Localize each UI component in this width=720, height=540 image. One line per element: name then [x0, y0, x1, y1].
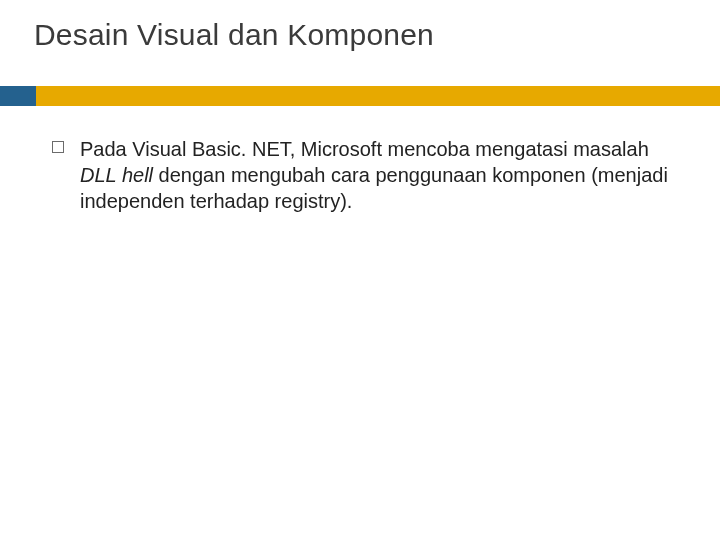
slide-title: Desain Visual dan Komponen [34, 18, 434, 52]
bullet-text-after: dengan mengubah cara penggunaan komponen… [80, 164, 668, 212]
bullet-text-italic: DLL hell [80, 164, 153, 186]
accent-bar [0, 86, 720, 106]
list-item: Pada Visual Basic. NET, Microsoft mencob… [52, 136, 680, 214]
bullet-text: Pada Visual Basic. NET, Microsoft mencob… [80, 136, 680, 214]
slide-content: Pada Visual Basic. NET, Microsoft mencob… [52, 136, 680, 214]
bullet-text-before: Pada Visual Basic. NET, Microsoft mencob… [80, 138, 649, 160]
accent-block [0, 86, 36, 106]
square-bullet-icon [52, 141, 64, 153]
